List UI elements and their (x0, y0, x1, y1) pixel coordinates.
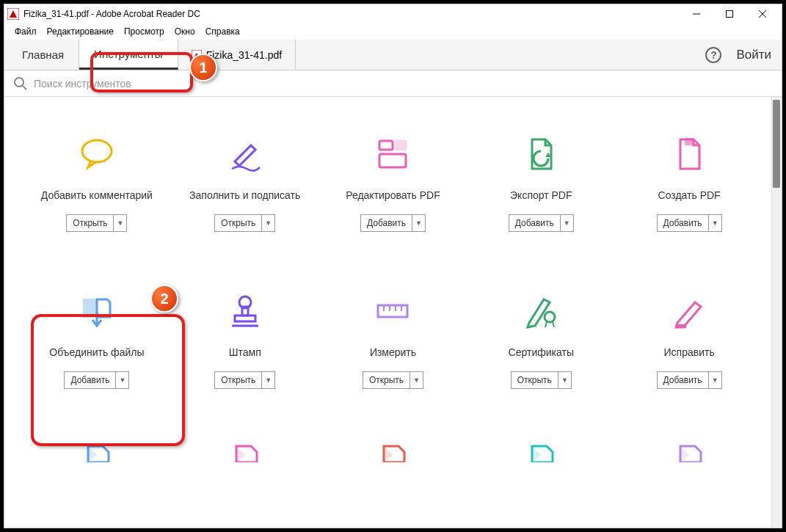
edit-icon[interactable] (372, 134, 413, 175)
tool-icon-partial[interactable] (76, 440, 117, 462)
minimize-button[interactable] (680, 4, 713, 23)
chevron-down-icon[interactable]: ▼ (113, 215, 126, 231)
maximize-button[interactable] (713, 4, 746, 23)
menu-help[interactable]: Справка (203, 25, 243, 38)
svg-rect-11 (396, 141, 406, 150)
chevron-down-icon[interactable]: ▼ (412, 215, 425, 231)
tool-action-button[interactable]: Добавить ▼ (360, 214, 426, 232)
tool-action-label: Добавить (65, 375, 115, 385)
sign-icon[interactable] (225, 134, 266, 175)
tool-action-button[interactable]: Добавить ▼ (509, 214, 574, 232)
chevron-down-icon[interactable]: ▼ (708, 372, 721, 388)
tool-action-label: Добавить (658, 218, 708, 228)
stamp-icon[interactable] (225, 291, 266, 332)
tool-action-button[interactable]: Открыть ▼ (363, 371, 423, 389)
tool-action-label: Открыть (215, 218, 261, 228)
tool-action-button[interactable]: Открыть ▼ (66, 214, 127, 232)
svg-rect-10 (379, 154, 406, 167)
callout-badge-2: 2 (150, 285, 178, 313)
app-window: Fizika_31-41.pdf - Adobe Acrobat Reader … (4, 4, 782, 528)
tool-card: Измерить Открыть ▼ (323, 291, 464, 389)
help-button[interactable]: ? (705, 47, 721, 63)
tool-card: Заполнить и подписать Открыть ▼ (175, 134, 316, 232)
menu-view[interactable]: Просмотр (121, 25, 167, 38)
tool-action-label: Открыть (363, 375, 410, 385)
tabbar: Главная Инструменты Fizika_31-41.pdf ? В… (4, 40, 782, 70)
menu-edit[interactable]: Редактирование (44, 25, 117, 38)
svg-rect-17 (378, 305, 407, 317)
tool-label: Исправить (664, 339, 715, 365)
menu-window[interactable]: Окно (172, 25, 198, 38)
redact-icon[interactable] (669, 291, 710, 332)
tool-label: Сертификаты (509, 339, 574, 365)
menubar: Файл Редактирование Просмотр Окно Справк… (4, 23, 782, 40)
search-input[interactable] (34, 78, 773, 90)
searchbar (4, 70, 782, 97)
tool-action-button[interactable]: Открыть ▼ (214, 371, 275, 389)
comment-icon[interactable] (76, 134, 117, 175)
cert-icon[interactable] (520, 291, 561, 332)
tool-action-label: Открыть (512, 375, 558, 385)
tool-action-button[interactable]: Открыть ▼ (511, 371, 572, 389)
svg-point-22 (545, 312, 555, 322)
tool-label: Экспорт PDF (510, 182, 572, 208)
tool-label: Объединить файлы (49, 339, 144, 365)
tool-icon-partial[interactable] (520, 440, 561, 462)
export-icon[interactable] (520, 134, 561, 175)
close-button[interactable] (746, 4, 779, 23)
login-link[interactable]: Войти (736, 48, 771, 62)
chevron-down-icon[interactable]: ▼ (115, 372, 128, 388)
combine-icon[interactable] (76, 291, 117, 332)
chevron-down-icon[interactable]: ▼ (261, 215, 274, 231)
svg-point-6 (15, 78, 23, 87)
tool-action-label: Добавить (658, 375, 708, 385)
svg-rect-15 (235, 316, 255, 321)
scrollbar[interactable] (771, 97, 782, 528)
tool-card: Объединить файлы Добавить ▼ (26, 291, 167, 389)
svg-rect-12 (685, 138, 694, 145)
tool-label: Редактировать PDF (346, 182, 440, 208)
tool-card: Исправить Добавить ▼ (619, 291, 760, 389)
tool-action-button[interactable]: Добавить ▼ (64, 371, 129, 389)
titlebar: Fizika_31-41.pdf - Adobe Acrobat Reader … (4, 4, 782, 23)
svg-rect-2 (726, 11, 732, 18)
chevron-down-icon[interactable]: ▼ (560, 215, 573, 231)
tool-label: Добавить комментарий (41, 182, 153, 208)
tool-action-label: Добавить (361, 218, 412, 228)
chevron-down-icon[interactable]: ▼ (261, 372, 274, 388)
tab-document-label: Fizika_31-41.pdf (206, 49, 283, 61)
tool-action-button[interactable]: Открыть ▼ (214, 214, 275, 232)
tool-action-button[interactable]: Добавить ▼ (657, 371, 722, 389)
search-icon (13, 76, 28, 91)
create-icon[interactable] (669, 134, 710, 175)
tool-card: Экспорт PDF Добавить ▼ (470, 134, 611, 232)
tool-action-label: Открыть (215, 375, 261, 385)
chevron-down-icon[interactable]: ▼ (708, 215, 721, 231)
window-title: Fizika_31-41.pdf - Adobe Acrobat Reader … (23, 9, 680, 19)
tool-label: Заполнить и подписать (189, 182, 300, 208)
tool-label: Создать PDF (658, 182, 721, 208)
tool-label: Штамп (229, 339, 261, 365)
window-controls (680, 4, 779, 23)
tool-action-label: Открыть (67, 218, 113, 228)
callout-badge-1: 1 (189, 54, 217, 81)
tool-icon-partial[interactable] (669, 440, 710, 462)
tool-card: Сертификаты Открыть ▼ (470, 291, 611, 389)
tool-action-label: Добавить (509, 218, 560, 228)
tab-home[interactable]: Главная (7, 40, 79, 70)
tool-icon-partial[interactable] (225, 440, 266, 462)
menu-file[interactable]: Файл (12, 25, 40, 38)
svg-line-7 (23, 86, 26, 90)
tool-action-button[interactable]: Добавить ▼ (657, 214, 722, 232)
measure-icon[interactable] (372, 291, 413, 332)
chevron-down-icon[interactable]: ▼ (410, 372, 423, 388)
scrollbar-thumb[interactable] (773, 100, 780, 188)
tab-tools[interactable]: Инструменты (79, 40, 178, 70)
tool-icon-partial[interactable] (372, 440, 413, 462)
tool-label: Измерить (370, 339, 416, 365)
svg-rect-9 (379, 141, 393, 150)
tools-content: Добавить комментарий Открыть ▼ Заполнить… (4, 97, 782, 528)
tabbar-right: ? Войти (705, 40, 782, 70)
tools-row-partial (26, 440, 760, 462)
chevron-down-icon[interactable]: ▼ (558, 372, 571, 388)
